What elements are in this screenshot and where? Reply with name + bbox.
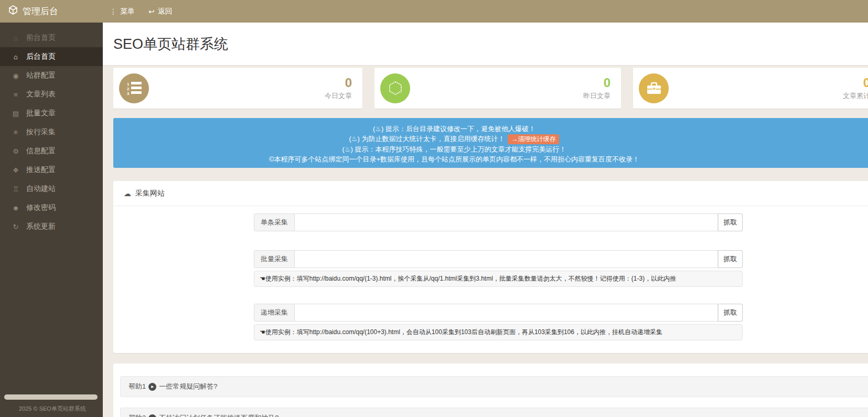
single-collect-row: 单条采集 抓取 (254, 213, 743, 231)
help-question: 不挂访问计划任务还能推送百度和神马? (159, 413, 278, 417)
back-arrow-icon: ↩ (148, 7, 155, 16)
list-icon: ≡ (12, 91, 20, 99)
sidebar-item-change-password[interactable]: ☻ 修改密码 (0, 198, 103, 217)
stat-card-total: 0 文章累计 (633, 68, 868, 109)
sidebar-item-line-collect[interactable]: ✳ 按行采集 (0, 123, 103, 142)
stat-value: 0 (325, 76, 352, 90)
main-area: SEO单页站群系统 1 2 3 0 今日文章 (103, 23, 868, 417)
stat-value: 0 (583, 76, 610, 90)
sidebar-item-sitegroup-config[interactable]: ◉ 站群配置 (0, 66, 103, 85)
help-prefix: 帮助2 (128, 413, 146, 417)
gear-icon: ⚙ (12, 147, 20, 155)
sidebar-item-admin-home[interactable]: ⌂ 后台首页 (0, 47, 103, 66)
home-icon: ⌂ (12, 34, 20, 42)
increment-collect-hint: ☚使用实例：填写http://baidu.com/qq/(100+3).html… (254, 324, 743, 340)
stat-card-right: 0 昨日文章 (583, 76, 610, 101)
batch-collect-hint: ☚使用实例：填写http://baidu.com/qq/(1-3).html，挨… (254, 271, 743, 287)
increment-grab-button[interactable]: 抓取 (718, 304, 743, 322)
briefcase-icon (639, 73, 669, 103)
batch-collect-input[interactable] (295, 250, 718, 268)
cube-logo-icon (8, 5, 18, 17)
stat-cards-row: 1 2 3 0 今日文章 0 昨日文章 (113, 68, 868, 109)
sidebar-item-label: 批量文章 (26, 109, 56, 118)
cloud-icon: ☁ (124, 189, 131, 198)
menu-button[interactable]: ⋮ 菜单 (103, 0, 142, 23)
sidebar-item-system-update[interactable]: ↻ 系统更新 (0, 217, 103, 236)
asterisk-icon: ✳ (12, 129, 20, 136)
circle-arrow-icon: ▸ (148, 383, 156, 391)
sidebar: ⌂ 前台首页 ⌂ 后台首页 ◉ 站群配置 ≡ 文章列表 ▤ 批量文章 ✳ 按行采… (0, 23, 103, 417)
refresh-icon: ↻ (12, 223, 20, 231)
svg-text:1: 1 (127, 82, 130, 87)
page-header: SEO单页站群系统 (103, 23, 868, 66)
help-question: 一些常规疑问解答? (159, 382, 217, 391)
sidebar-item-batch-articles[interactable]: ▤ 批量文章 (0, 104, 103, 123)
sidebar-item-info-config[interactable]: ⚙ 信息配置 (0, 142, 103, 161)
home-icon: ⌂ (12, 53, 20, 61)
bank-icon: ♖ (12, 185, 20, 193)
stat-card-right: 0 今日文章 (325, 76, 352, 101)
sidebar-item-label: 前台首页 (26, 33, 56, 42)
help-prefix: 帮助1 (128, 382, 146, 391)
sidebar-item-label: 按行采集 (26, 127, 56, 137)
sidebar-item-label: 系统更新 (26, 222, 56, 231)
increment-collect-input[interactable] (295, 304, 718, 322)
sidebar-item-label: 后台首页 (26, 52, 56, 61)
stat-card-today: 1 2 3 0 今日文章 (113, 68, 362, 109)
help-panel: 帮助1 ▸ 一些常规疑问解答? 帮助2 ▸ 不挂访问计划任务还能推送百度和神马? (113, 363, 868, 417)
single-collect-label: 单条采集 (254, 213, 295, 231)
app-title: 管理后台 (23, 5, 58, 17)
notice-banner: (♨) 提示：后台目录建议修改一下，避免被他人爆破！ (♨) 为防止数据过大统计… (113, 118, 868, 168)
svg-text:3: 3 (127, 91, 130, 95)
notice-line: (♨) 提示：本程序技巧特殊，一般需要至少上万的文章才能支撑完美运行！ (113, 144, 795, 154)
batch-collect-label: 批量采集 (254, 250, 295, 268)
back-button[interactable]: ↩ 返回 (142, 0, 179, 23)
sidebar-item-article-list[interactable]: ≡ 文章列表 (0, 85, 103, 104)
menu-button-label: 菜单 (120, 7, 135, 16)
stat-label: 昨日文章 (583, 91, 610, 101)
ordered-list-icon: 1 2 3 (119, 73, 149, 103)
book-icon: ▤ (12, 110, 20, 117)
sidebar-item-front-home[interactable]: ⌂ 前台首页 (0, 28, 103, 47)
help-row-1[interactable]: 帮助1 ▸ 一些常规疑问解答? (120, 376, 868, 397)
notice-line-text: (♨) 为防止数据过大统计太卡，直接启用缓存统计！ (349, 135, 505, 143)
back-button-label: 返回 (158, 7, 173, 16)
collect-panel-header: ☁ 采集网站 (113, 181, 868, 206)
sidebar-scrollbar-thumb[interactable] (4, 394, 98, 400)
stat-label: 今日文章 (325, 91, 352, 101)
notice-line: (♨) 为防止数据过大统计太卡，直接启用缓存统计！→清理统计缓存 (113, 134, 795, 144)
batch-grab-button[interactable]: 抓取 (718, 250, 743, 268)
single-grab-button[interactable]: 抓取 (718, 213, 743, 231)
sidebar-nav: ⌂ 前台首页 ⌂ 后台首页 ◉ 站群配置 ≡ 文章列表 ▤ 批量文章 ✳ 按行采… (0, 23, 103, 236)
menu-dots-icon: ⋮ (110, 7, 117, 16)
stat-value: 0 (843, 76, 868, 90)
batch-collect-row: 批量采集 抓取 ☚使用实例：填写http://baidu.com/qq/(1-3… (254, 250, 743, 287)
increment-collect-label: 递增采集 (254, 304, 295, 322)
sidebar-item-label: 文章列表 (26, 90, 56, 99)
clear-stats-cache-button[interactable]: →清理统计缓存 (508, 134, 559, 144)
cube-outline-icon (380, 73, 410, 103)
stat-card-yesterday: 0 昨日文章 (374, 68, 621, 109)
collect-panel: ☁ 采集网站 单条采集 抓取 批量采集 抓取 (113, 181, 868, 353)
copyright-footer: 2025 © SEO单页站群系统 (19, 405, 86, 413)
sidebar-item-label: 站群配置 (26, 71, 56, 80)
sidebar-item-label: 信息配置 (26, 146, 56, 156)
paw-icon: ❖ (12, 166, 20, 174)
user-icon: ☻ (12, 204, 20, 212)
sidebar-item-auto-build[interactable]: ♖ 自动建站 (0, 179, 103, 198)
notice-line: ©本程序可多个站点绑定同一个目录+数据库使用，且每个站点所展示的单页内容都不一样… (113, 154, 795, 164)
notice-text-block: (♨) 提示：后台目录建议修改一下，避免被他人爆破！ (♨) 为防止数据过大统计… (113, 124, 795, 164)
single-collect-input[interactable] (295, 213, 718, 231)
page-title: SEO单页站群系统 (113, 35, 228, 54)
stat-label: 文章累计 (843, 91, 868, 101)
increment-collect-row: 递增采集 抓取 ☚使用实例：填写http://baidu.com/qq/(100… (254, 304, 743, 340)
collect-panel-body: 单条采集 抓取 批量采集 抓取 ☚使用实例：填写http://baidu.com… (113, 206, 868, 353)
content: 1 2 3 0 今日文章 0 昨日文章 (103, 66, 868, 417)
sidebar-item-label: 修改密码 (26, 203, 56, 212)
collect-panel-title: 采集网站 (135, 189, 165, 198)
svg-text:2: 2 (127, 87, 130, 91)
app-logo[interactable]: 管理后台 (0, 0, 103, 23)
sidebar-item-push-config[interactable]: ❖ 推送配置 (0, 161, 103, 179)
help-row-2[interactable]: 帮助2 ▸ 不挂访问计划任务还能推送百度和神马? (120, 408, 868, 417)
sidebar-item-label: 自动建站 (26, 184, 56, 194)
